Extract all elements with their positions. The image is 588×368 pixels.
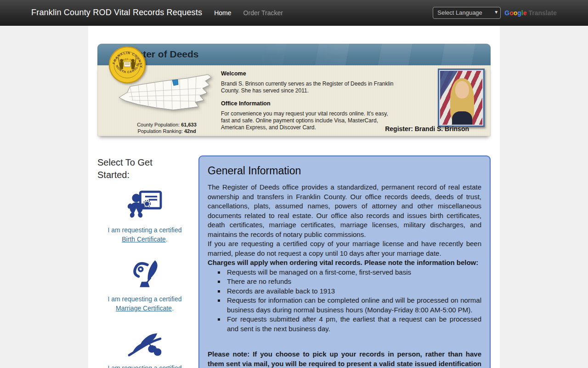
- register-caption: Register: Brandi S. Brinson: [385, 125, 469, 132]
- death-certificate-item[interactable]: I am requesting a certified Death Certif…: [97, 327, 192, 368]
- google-logo-letter: o: [514, 9, 518, 17]
- register-of-deeds-banner: Register of Deeds FRANKLIN COUNTY LEGES …: [97, 44, 491, 139]
- death-certificate-caption: I am requesting a certified Death Certif…: [97, 363, 192, 368]
- google-logo-letter: g: [517, 9, 521, 17]
- sidebar-heading: Select To Get Started:: [97, 156, 166, 181]
- google-logo-letter: o: [509, 9, 514, 17]
- top-navbar: Franklin County ROD Vital Records Reques…: [0, 0, 588, 26]
- birth-certificate-item[interactable]: I am requesting a certified Birth Certif…: [97, 189, 192, 244]
- get-started-sidebar: Select To Get Started:: [97, 156, 192, 368]
- birth-certificate-link[interactable]: Birth Certificate: [122, 236, 166, 243]
- marriage-certificate-item[interactable]: I am requesting a certified Marriage Cer…: [97, 258, 192, 313]
- general-information-heading: General Information: [208, 165, 481, 177]
- population-ranking-value: 42nd: [184, 128, 196, 134]
- nav-link-home[interactable]: Home: [214, 9, 231, 17]
- banner-header: Register of Deeds: [97, 44, 491, 65]
- marriage-certificate-icon[interactable]: [127, 259, 163, 289]
- birth-certificate-icon[interactable]: [127, 190, 163, 220]
- charges-note-heading: Charges will apply when ordering vital r…: [208, 258, 481, 268]
- bullet-item: There are no refunds: [225, 277, 481, 287]
- banner-body: FRANKLIN COUNTY LEGES JURAQUE NORTH CARO…: [97, 65, 491, 136]
- google-translate-widget[interactable]: GoogleTranslate: [504, 9, 557, 17]
- bullet-item: Records are available back to 1913: [225, 287, 481, 296]
- office-info-heading: Office Information: [221, 100, 398, 107]
- general-information-panel: General Information The Register of Deed…: [198, 155, 491, 368]
- navbar-right-tools: Select Language ▾ GoogleTranslate: [433, 7, 557, 19]
- marriage-certificate-link[interactable]: Marriage Certificate: [116, 305, 172, 312]
- google-logo-letter: G: [504, 9, 509, 17]
- language-select[interactable]: Select Language: [433, 7, 501, 19]
- site-brand-title[interactable]: Franklin County ROD Vital Records Reques…: [31, 8, 202, 17]
- page-container: Register of Deeds FRANKLIN COUNTY LEGES …: [88, 26, 500, 368]
- info-paragraph-2: If you are requesting a certified copy o…: [208, 239, 481, 258]
- county-population-label: County Population:: [137, 122, 180, 127]
- translate-label: Translate: [529, 9, 557, 17]
- register-photo: [438, 69, 485, 127]
- charges-bullet-list: Requests will be managed on a first-come…: [225, 268, 481, 334]
- language-select-wrap: Select Language ▾: [433, 7, 501, 19]
- death-certificate-icon[interactable]: [127, 329, 163, 357]
- county-population-value: 61,633: [181, 122, 197, 127]
- population-stats: County Population: 61,633 Population Ran…: [116, 121, 217, 134]
- marriage-certificate-caption: I am requesting a certified Marriage Cer…: [97, 294, 192, 313]
- bullet-item: For requests submitted after 4 pm, the e…: [225, 315, 481, 334]
- info-paragraph-1: The Register of Deeds office provides a …: [208, 183, 481, 239]
- bullet-item: Requests will be managed on a first-come…: [225, 268, 481, 277]
- welcome-heading: Welcome: [221, 70, 398, 77]
- birth-certificate-caption: I am requesting a certified Birth Certif…: [97, 225, 192, 244]
- nav-links: Home Order Tracker: [214, 9, 283, 17]
- bullet-item: Requests for information can be complete…: [225, 296, 481, 315]
- pickup-identification-note: Please note: If you choose to pick up yo…: [208, 350, 481, 368]
- banner-text-block: Welcome Brandi S. Brinson currently serv…: [221, 70, 398, 137]
- welcome-text: Brandi S. Brinson currently serves as th…: [221, 80, 398, 94]
- google-logo-letter: e: [523, 9, 527, 17]
- population-ranking-label: Population Ranking:: [137, 128, 182, 134]
- office-info-text: For convenience you may request your vit…: [221, 110, 398, 131]
- nav-link-order-tracker[interactable]: Order Tracker: [243, 9, 283, 17]
- nc-map-image: [118, 68, 217, 124]
